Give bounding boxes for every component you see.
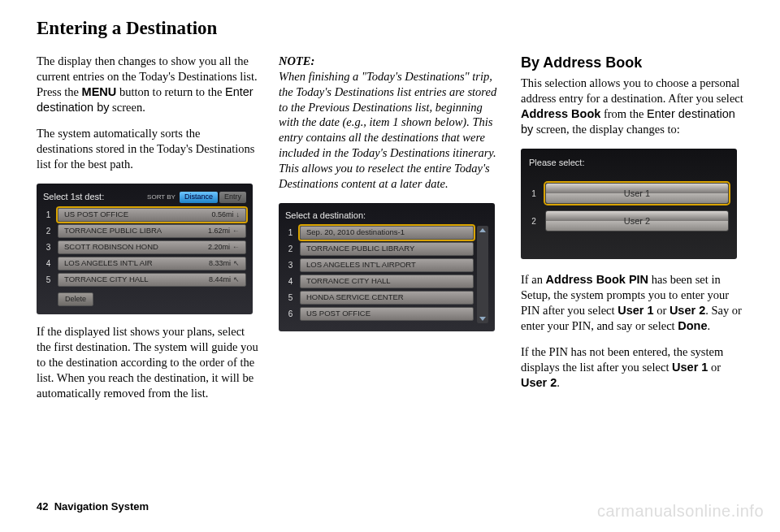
item-label: TORRANCE PUBLIC LIBRA <box>64 226 162 236</box>
list-item[interactable]: TORRANCE PUBLIC LIBRARY <box>300 242 474 256</box>
list-row: 5 TORRANCE CITY HALL 8.44mi↖ <box>43 273 246 287</box>
col3-para3: If the PIN has not been entered, the sys… <box>521 344 743 391</box>
item-label: Sep. 20, 2010 destinations-1 <box>306 227 405 237</box>
direction-arrow-icon: ↓ <box>236 210 240 218</box>
item-label: US POST OFFICE <box>306 309 370 318</box>
screen1-title: Select 1st dest: <box>43 191 104 202</box>
row-num: 1 <box>43 210 54 220</box>
page-number: 42 <box>37 500 48 513</box>
list-item[interactable]: SCOTT ROBINSON HOND 2.20mi← <box>58 240 246 254</box>
row-num: 2 <box>285 244 296 254</box>
list-item[interactable]: HONDA SERVICE CENTER <box>300 291 474 305</box>
menu-label: MENU <box>82 85 117 98</box>
col3-para2: If an Address Book PIN has been set in S… <box>521 272 743 333</box>
screen3-title: Please select: <box>529 157 729 168</box>
content-columns: The display then changes to show you all… <box>37 54 743 413</box>
item-label: HONDA SERVICE CENTER <box>306 292 404 302</box>
footer-section: Navigation System <box>54 500 149 513</box>
scrollbar[interactable] <box>477 226 488 323</box>
row-num: 1 <box>529 188 539 199</box>
note-label: NOTE: <box>279 54 314 67</box>
list-item[interactable]: TORRANCE CITY HALL <box>300 275 474 288</box>
list-row: 4 TORRANCE CITY HALL <box>285 275 474 288</box>
item-distance: 0.56mi <box>211 210 233 218</box>
item-label: TORRANCE CITY HALL <box>306 276 391 286</box>
user2-label: User 2 <box>670 304 705 317</box>
user1-label: User 1 <box>672 361 708 374</box>
item-label: LOS ANGELES INT'L AIR <box>64 258 153 268</box>
screen2-title: Select a destination: <box>285 210 366 221</box>
text: button to return to the <box>116 85 225 98</box>
col1-para3: If the displayed list shows your plans, … <box>37 324 259 400</box>
screen1-header: Select 1st dest: SORT BY DistanceEntry <box>43 190 246 203</box>
list-row: 5 HONDA SERVICE CENTER <box>285 291 474 305</box>
text: . <box>557 376 560 389</box>
text: . <box>708 319 711 332</box>
user1-label: User 1 <box>618 304 653 317</box>
list-item[interactable]: TORRANCE CITY HALL 8.44mi↖ <box>58 273 246 287</box>
item-distance: 8.44mi <box>209 275 231 283</box>
row-num: 3 <box>43 242 54 253</box>
text: or <box>708 361 721 374</box>
list-row: 3 SCOTT ROBINSON HOND 2.20mi← <box>43 240 246 254</box>
section-heading-address-book: By Address Book <box>521 54 743 72</box>
item-label: SCOTT ROBINSON HOND <box>64 242 158 252</box>
direction-arrow-icon: ← <box>232 227 240 235</box>
note-body: When finishing a "Today's Destinations" … <box>279 70 496 190</box>
row-num: 5 <box>43 275 54 285</box>
screenshot-select-destination: Select a destination: 1 Sep. 20, 2010 de… <box>279 203 495 331</box>
user-button[interactable]: User 1 <box>545 183 729 204</box>
list-row: 1 Sep. 20, 2010 destinations-1 <box>285 226 474 240</box>
item-label: TORRANCE CITY HALL <box>64 275 149 284</box>
scroll-up-icon[interactable] <box>479 228 486 232</box>
list-item[interactable]: US POST OFFICE <box>300 307 474 321</box>
direction-arrow-icon: ↖ <box>233 259 240 267</box>
scroll-down-icon[interactable] <box>479 317 486 321</box>
row-num: 1 <box>285 227 296 238</box>
row-num: 2 <box>43 226 54 236</box>
column-1: The display then changes to show you all… <box>37 54 259 413</box>
row-num: 6 <box>285 309 296 319</box>
item-distance: 2.20mi <box>208 243 230 251</box>
text: or <box>654 304 670 317</box>
list-item[interactable]: TORRANCE PUBLIC LIBRA 1.62mi← <box>58 224 246 238</box>
page-footer: 42 Navigation System <box>37 500 149 513</box>
direction-arrow-icon: ↖ <box>233 275 240 283</box>
delete-button[interactable]: Delete <box>58 292 93 307</box>
direction-arrow-icon: ← <box>232 243 240 251</box>
list-row: 4 LOS ANGELES INT'L AIR 8.33mi↖ <box>43 257 246 270</box>
address-book-label: Address Book <box>521 107 600 120</box>
item-label: US POST OFFICE <box>64 210 128 219</box>
screenshot-select-1st-dest: Select 1st dest: SORT BY DistanceEntry 1… <box>37 184 253 314</box>
tab-entry[interactable]: Entry <box>219 192 246 203</box>
list-item[interactable]: LOS ANGELES INT'L AIRPORT <box>300 258 474 272</box>
list-item[interactable]: Sep. 20, 2010 destinations-1 <box>300 226 474 240</box>
list-item[interactable]: US POST OFFICE 0.56mi↓ <box>58 208 246 222</box>
tab-distance[interactable]: Distance <box>180 192 218 203</box>
col1-para2: The system automatically sorts the desti… <box>37 126 259 172</box>
address-book-pin-label: Address Book PIN <box>546 273 649 286</box>
text: from the <box>600 107 647 120</box>
list-item[interactable]: LOS ANGELES INT'L AIR 8.33mi↖ <box>58 257 246 270</box>
user2-label: User 2 <box>521 376 557 389</box>
screen1-sort: SORT BY DistanceEntry <box>147 190 246 203</box>
screen2-header: Select a destination: <box>285 210 488 221</box>
col1-para1: The display then changes to show you all… <box>37 54 259 115</box>
row-num: 2 <box>529 216 539 227</box>
user-button[interactable]: User 2 <box>545 210 729 231</box>
row-num: 3 <box>285 260 296 270</box>
page-title: Entering a Destination <box>37 18 743 39</box>
done-label: Done <box>678 319 707 332</box>
text: This selection allows you to choose a pe… <box>521 76 743 105</box>
list-row: 1 User 1 <box>529 183 729 204</box>
list-row: 1 US POST OFFICE 0.56mi↓ <box>43 208 246 222</box>
list-row: 3 LOS ANGELES INT'L AIRPORT <box>285 258 474 272</box>
list-row: 6 US POST OFFICE <box>285 307 474 321</box>
item-distance: 1.62mi <box>208 227 230 235</box>
col3-para1: This selection allows you to choose a pe… <box>521 76 743 136</box>
row-num: 4 <box>43 258 54 269</box>
list-row: 2 TORRANCE PUBLIC LIBRA 1.62mi← <box>43 224 246 238</box>
list-row: 2 TORRANCE PUBLIC LIBRARY <box>285 242 474 256</box>
watermark: carmanualsonline.info <box>597 502 764 521</box>
row-num: 5 <box>285 292 296 303</box>
